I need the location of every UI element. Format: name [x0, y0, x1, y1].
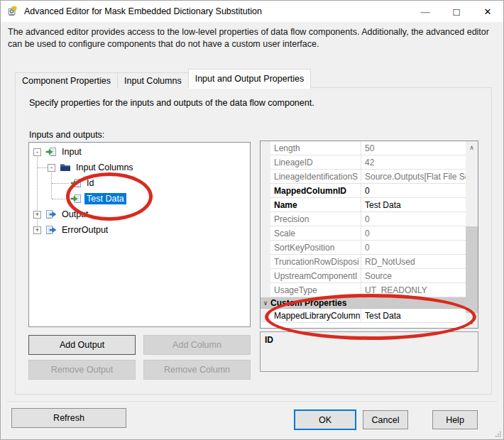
- collapse-icon[interactable]: -: [33, 148, 41, 156]
- property-value: 42: [361, 155, 466, 170]
- category-label: Custom Properties: [270, 298, 346, 308]
- property-row[interactable]: LineageID 42: [261, 155, 466, 170]
- inputs-outputs-tree: - Input - Input Columns Id: [28, 142, 251, 327]
- close-icon[interactable]: ✕: [472, 1, 503, 22]
- remove-column-button: Remove Column: [143, 360, 251, 380]
- category-row-custom-properties[interactable]: ∨ Custom Properties: [261, 297, 466, 309]
- property-row[interactable]: Name Test Data: [261, 198, 466, 212]
- property-value: RD_NotUsed: [361, 255, 466, 269]
- expand-icon[interactable]: +: [33, 226, 41, 234]
- refresh-button[interactable]: Refresh: [11, 408, 126, 428]
- property-value: 50: [361, 141, 466, 155]
- property-value: UT_READONLY: [361, 283, 466, 297]
- property-row[interactable]: SortKeyPosition 0: [261, 241, 466, 255]
- property-name: Length: [270, 141, 361, 155]
- add-column-button: Add Column: [143, 335, 251, 355]
- property-value: 0: [361, 212, 466, 226]
- tree-node-label: ErrorOutput: [60, 224, 110, 236]
- input-column-icon: [70, 193, 82, 204]
- property-name: Scale: [270, 226, 361, 241]
- property-name: LineageID: [270, 155, 361, 170]
- property-value: Test Data: [361, 309, 466, 323]
- property-value: 0: [361, 184, 466, 198]
- tree-node-label: Input Columns: [74, 162, 136, 173]
- tree-node-label: Output: [60, 209, 91, 220]
- tree-node-input-columns[interactable]: - Input Columns: [29, 160, 250, 175]
- tab-input-output-properties[interactable]: Input and Output Properties: [188, 69, 312, 89]
- tab-component-properties[interactable]: Component Properties: [15, 72, 118, 88]
- tab-strip: Component Properties Input Columns Input…: [15, 69, 310, 88]
- chevron-down-icon: ∨: [261, 299, 270, 307]
- help-button[interactable]: Help: [432, 410, 478, 429]
- property-value: 0: [361, 226, 466, 241]
- maximize-icon[interactable]: □: [441, 1, 472, 22]
- property-name: Name: [270, 198, 361, 212]
- property-name: LineageIdentificationS: [270, 170, 361, 184]
- remove-output-button: Remove Output: [28, 360, 136, 380]
- property-row[interactable]: UsageType UT_READONLY: [261, 283, 466, 297]
- tree-node-input[interactable]: - Input: [29, 144, 250, 160]
- cancel-button[interactable]: Cancel: [363, 410, 408, 429]
- expand-icon[interactable]: +: [33, 211, 41, 219]
- property-row[interactable]: Scale 0: [261, 226, 466, 241]
- ok-button[interactable]: OK: [294, 409, 356, 430]
- scrollbar-thumb[interactable]: [466, 226, 478, 313]
- scroll-up-icon[interactable]: ∧: [466, 141, 478, 153]
- property-value: Source.Outputs[Flat File So: [361, 170, 466, 184]
- title-bar: Advanced Editor for Mask Embedded Dictio…: [1, 1, 503, 22]
- app-icon: [7, 6, 18, 17]
- window-title: Advanced Editor for Mask Embedded Dictio…: [24, 6, 262, 16]
- scroll-down-icon[interactable]: ∨: [466, 316, 478, 328]
- property-name: UpstreamComponentI: [270, 269, 361, 283]
- collapse-icon[interactable]: -: [48, 164, 55, 172]
- property-row[interactable]: UpstreamComponentI Source: [261, 269, 466, 283]
- property-row-mapped-library-column[interactable]: MappedLibraryColumn Test Data: [261, 309, 466, 323]
- footer-divider: [6, 402, 498, 403]
- property-value: Source: [361, 269, 466, 283]
- tree-node-label: Input: [60, 146, 84, 158]
- property-grid-scrollbar[interactable]: ∧ ∨: [466, 141, 478, 328]
- window-controls: — □ ✕: [410, 1, 503, 22]
- property-name: MappedColumnID: [270, 184, 361, 198]
- advanced-editor-dialog: Advanced Editor for Mask Embedded Dictio…: [0, 0, 504, 440]
- tab-input-columns[interactable]: Input Columns: [117, 72, 189, 88]
- tree-node-test-data[interactable]: Test Data: [29, 191, 250, 207]
- tree-node-label-selected: Test Data: [84, 193, 126, 204]
- property-row[interactable]: TruncationRowDisposi RD_NotUsed: [261, 255, 466, 269]
- property-row[interactable]: LineageIdentificationS Source.Outputs[Fl…: [261, 170, 466, 184]
- property-name: TruncationRowDisposi: [270, 255, 361, 269]
- tree-node-output[interactable]: + Output: [29, 207, 250, 222]
- tree-node-erroroutput[interactable]: + ErrorOutput: [29, 222, 250, 238]
- property-name: MappedLibraryColumn: [270, 309, 361, 323]
- property-value: Test Data: [361, 198, 466, 212]
- property-value: 0: [361, 241, 466, 255]
- property-description-panel: ID: [260, 331, 478, 372]
- tree-node-id[interactable]: Id: [29, 175, 250, 191]
- add-output-button[interactable]: Add Output: [28, 335, 136, 355]
- folder-icon: [60, 162, 71, 173]
- resize-grip[interactable]: [494, 430, 501, 437]
- page-instruction: Specify properties for the inputs and ou…: [29, 98, 314, 108]
- tree-caption: Inputs and outputs:: [29, 130, 104, 140]
- property-grid: Length 50 LineageID 42 LineageIdentifica…: [260, 141, 478, 329]
- property-row[interactable]: Length 50: [261, 141, 466, 155]
- output-icon: [45, 209, 57, 220]
- input-icon: [45, 146, 57, 158]
- intro-text: The advanced editor provides access to t…: [8, 26, 496, 50]
- minimize-icon[interactable]: —: [410, 1, 441, 22]
- property-name: SortKeyPosition: [270, 241, 361, 255]
- input-column-icon: [70, 177, 82, 189]
- tree-node-label: Id: [84, 177, 96, 189]
- property-name: Precision: [270, 212, 361, 226]
- property-row[interactable]: Precision 0: [261, 212, 466, 226]
- output-icon: [45, 224, 57, 236]
- property-row[interactable]: MappedColumnID 0: [261, 184, 466, 198]
- property-name: UsageType: [270, 283, 361, 297]
